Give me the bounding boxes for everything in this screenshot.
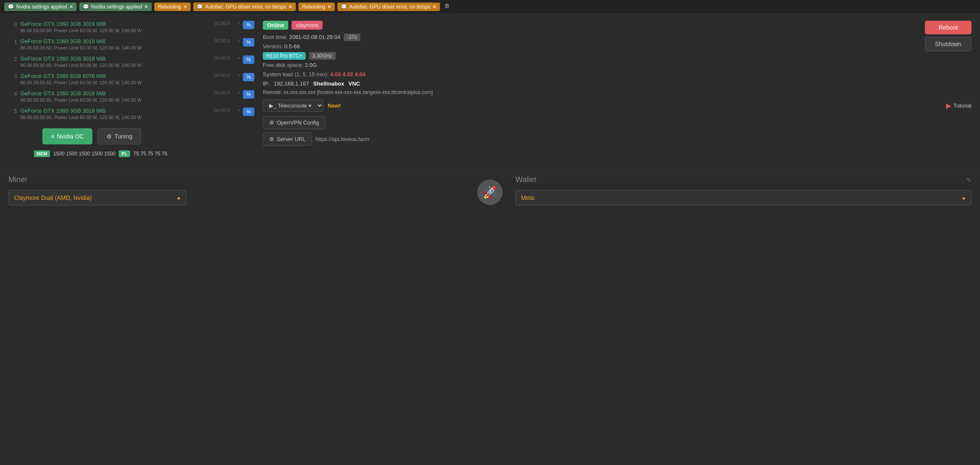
tutorial-label: Tutorial bbox=[953, 102, 972, 109]
gpu-time-2: 06:00.0 bbox=[214, 55, 234, 61]
notif-close-4[interactable]: ✕ bbox=[288, 4, 292, 10]
gear-icon-openvpn: ⚙ bbox=[269, 119, 274, 126]
notification-bar: 💬 Nvidia settings applied ✕ 💬 Nvidia set… bbox=[0, 0, 980, 14]
gpu-name-5: GeForce GTX 1060 3GB 3019 MiB bbox=[20, 108, 211, 114]
gpu-time-5: 0a:00.0 bbox=[214, 108, 234, 113]
nvidia-oc-button[interactable]: ≡ Nvidia OC bbox=[42, 128, 92, 144]
ip-row: IP: 192.168.1.167 Shellinabox VNC bbox=[263, 80, 972, 87]
miner-title-label: Miner bbox=[8, 175, 28, 184]
notif-text-4: Autofan: GPU driver error, no temps bbox=[205, 4, 286, 10]
notif-close-2[interactable]: ✕ bbox=[144, 4, 148, 10]
gpu-time-0: 01:00.0 bbox=[214, 21, 234, 26]
youtube-icon: ▶ bbox=[946, 102, 951, 110]
pl-values: 75 75 75 75 75 bbox=[134, 151, 167, 157]
notif-tag-3[interactable]: Rebooting ✕ bbox=[154, 3, 191, 11]
ghz-badge: 3.30GHz bbox=[309, 52, 336, 60]
notif-tag-4[interactable]: 💬 Autofan: GPU driver error, no temps ✕ bbox=[193, 3, 296, 11]
server-url-button[interactable]: ⚙ Server URL bbox=[263, 133, 312, 146]
online-badge: Online bbox=[263, 21, 288, 30]
gpu-dot-4: ° bbox=[238, 90, 239, 96]
notif-tag-5[interactable]: Rebooting ✕ bbox=[298, 3, 335, 11]
trash-icon[interactable]: 🗑 bbox=[444, 3, 450, 11]
wallet-section: Wallet ✎ Meta ⬥ bbox=[515, 175, 972, 205]
wallet-title-label: Wallet bbox=[515, 175, 536, 184]
notif-tag-2[interactable]: 💬 Nvidia settings applied ✕ bbox=[79, 3, 152, 11]
gpu-name-1: GeForce GTX 1060 3GB 3019 MiB bbox=[20, 38, 211, 44]
main-content: 0 GeForce GTX 1060 3GB 3019 MiB 86.06.59… bbox=[0, 14, 980, 164]
gpu-detail-2: 86.06.59.00.60, Power Limit 60.00 W, 120… bbox=[20, 63, 211, 68]
gpu-name-2: GeForce GTX 1060 3GB 3019 MiB bbox=[20, 55, 211, 62]
gpu-percent-btn-1[interactable]: % bbox=[243, 38, 254, 47]
load-label: System load (1, 5, 15 min): bbox=[263, 71, 329, 78]
mobo-line: H110 Pro BTC+ 3.30GHz bbox=[263, 53, 972, 59]
gpu-percent-btn-0[interactable]: % bbox=[243, 21, 254, 29]
mobo-badge: H110 Pro BTC+ bbox=[263, 52, 306, 60]
mem-pl-row: MEM 1500 1500 1500 1500 1500 PL 75 75 75… bbox=[34, 150, 254, 157]
gpu-time-1: 02:00.0 bbox=[214, 38, 234, 43]
wallet-select-value: Meta bbox=[521, 194, 534, 201]
gpu-panel: 0 GeForce GTX 1060 3GB 3019 MiB 86.06.59… bbox=[8, 21, 254, 157]
gpu-detail-5: 86.06.59.00.60, Power Limit 60.00 W, 120… bbox=[20, 115, 211, 120]
tuning-button[interactable]: ⚙ Tuning bbox=[97, 128, 141, 144]
remote-label: Remote: bbox=[263, 89, 282, 95]
gpu-detail-4: 86.06.59.00.60, Power Limit 60.00 W, 120… bbox=[20, 97, 211, 102]
notif-close-1[interactable]: ✕ bbox=[69, 4, 73, 10]
openvpn-config-button[interactable]: ⚙ OpenVPN Config bbox=[263, 116, 326, 129]
notif-close-3[interactable]: ✕ bbox=[183, 4, 187, 10]
chat-icon-6: 💬 bbox=[341, 4, 347, 10]
gpu-info-5: GeForce GTX 1060 3GB 3019 MiB 86.06.59.0… bbox=[20, 108, 211, 120]
vnc-link[interactable]: VNC bbox=[348, 80, 360, 87]
teleconsole-new-badge: New! bbox=[328, 102, 341, 109]
tutorial-link[interactable]: ▶ Tutorial bbox=[946, 102, 972, 110]
gpu-index-3: 3 bbox=[8, 73, 17, 80]
gpu-info-4: GeForce GTX 1060 3GB 3019 MiB 86.06.59.0… bbox=[20, 90, 211, 102]
gpu-info-0: GeForce GTX 1060 3GB 3019 MiB 86.06.59.0… bbox=[20, 21, 211, 33]
notif-text-1: Nvidia settings applied bbox=[16, 4, 67, 10]
gpu-row-2: 2 GeForce GTX 1060 3GB 3019 MiB 86.06.59… bbox=[8, 55, 254, 68]
notif-tag-6[interactable]: 💬 Autofan: GPU driver error, no temps ✕ bbox=[337, 3, 440, 11]
reboot-button[interactable]: Reboot bbox=[925, 21, 972, 34]
gpu-row-0: 0 GeForce GTX 1060 3GB 3019 MiB 86.06.59… bbox=[8, 21, 254, 33]
gpu-percent-btn-4[interactable]: % bbox=[243, 90, 254, 99]
gpu-percent-btn-3[interactable]: % bbox=[243, 73, 254, 81]
teleconsole-select[interactable]: ▶_ Teleconsole ▾ bbox=[263, 100, 323, 112]
notif-text-2: Nvidia settings applied bbox=[91, 4, 142, 10]
gpu-percent-btn-5[interactable]: % bbox=[243, 108, 254, 116]
chat-icon-2: 💬 bbox=[83, 4, 89, 10]
gpu-row-3: 3 GeForce GTX 1060 6GB 6078 MiB 86.06.39… bbox=[8, 73, 254, 85]
boot-time-line: Boot time: 2081-02-08 01:29:04 -37s bbox=[263, 34, 972, 40]
notif-close-5[interactable]: ✕ bbox=[327, 4, 331, 10]
miner-select-box[interactable]: Claymore Dual (AMD, Nvidia) ⬥ bbox=[8, 190, 187, 205]
edit-icon[interactable]: ✎ bbox=[966, 177, 972, 183]
mem-badge: MEM bbox=[34, 150, 50, 157]
gpu-info-1: GeForce GTX 1060 3GB 3019 MiB 86.06.59.0… bbox=[20, 38, 211, 50]
gpu-percent-btn-2[interactable]: % bbox=[243, 55, 254, 64]
gpu-index-4: 4 bbox=[8, 90, 17, 97]
claymore-badge: claymore bbox=[292, 21, 323, 30]
disk-value: 2.0G bbox=[305, 62, 317, 68]
miner-select-value: Claymore Dual (AMD, Nvidia) bbox=[14, 194, 177, 201]
miner-arrows-icon: ⬥ bbox=[177, 194, 181, 202]
gpu-detail-3: 86.06.39.00.62, Power Limit 60.00 W, 120… bbox=[20, 80, 211, 85]
right-panel: Reboot Shutdown Online claymore Boot tim… bbox=[263, 21, 972, 157]
server-url-row: ⚙ Server URL https://api.hiveos.farm bbox=[263, 133, 972, 146]
wallet-select-box[interactable]: Meta ⬥ bbox=[515, 190, 972, 205]
notif-text-5: Rebooting bbox=[302, 4, 325, 10]
wallet-arrows-icon: ⬥ bbox=[962, 194, 966, 202]
gpu-dot-1: ° bbox=[238, 38, 239, 44]
gpu-info-3: GeForce GTX 1060 6GB 6078 MiB 86.06.39.0… bbox=[20, 73, 211, 85]
shutdown-button[interactable]: Shutdown bbox=[925, 37, 972, 51]
notif-tag-1[interactable]: 💬 Nvidia settings applied ✕ bbox=[4, 3, 77, 11]
sliders-icon: ≡ bbox=[51, 133, 54, 140]
boot-time-badge: -37s bbox=[344, 33, 360, 41]
ip-label: IP: bbox=[263, 80, 270, 87]
gpu-index-0: 0 bbox=[8, 21, 17, 28]
pl-badge: PL bbox=[119, 150, 130, 157]
gpu-dot-0: ° bbox=[238, 21, 239, 27]
disk-line: Free disk space: 2.0G bbox=[263, 62, 972, 68]
gear-icon-server: ⚙ bbox=[269, 136, 274, 142]
notif-close-6[interactable]: ✕ bbox=[432, 4, 437, 10]
ip-value: 192.168.1.167 bbox=[274, 80, 309, 87]
shellinabox-link[interactable]: Shellinabox bbox=[313, 80, 344, 87]
gpu-index-5: 5 bbox=[8, 108, 17, 114]
